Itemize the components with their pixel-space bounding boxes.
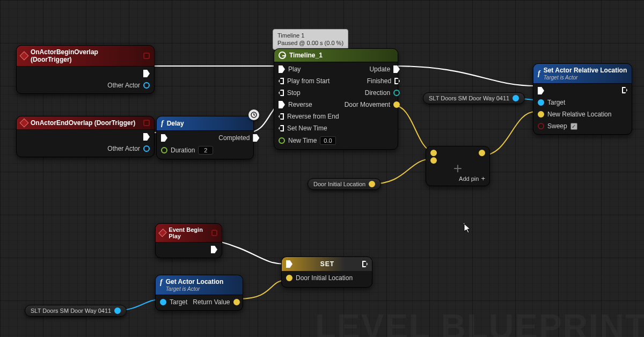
timeline-tooltip: Timeline 1 Paused @ 0.00 s (0.0 %) bbox=[273, 29, 348, 50]
breakpoint-icon[interactable] bbox=[143, 53, 150, 59]
pin-in-b[interactable] bbox=[430, 157, 437, 164]
function-icon: f bbox=[160, 278, 163, 287]
node-on-actor-end-overlap[interactable]: OnActorEndOverlap (DoorTrigger) Other Ac… bbox=[16, 116, 155, 157]
pin-reverse[interactable]: Reverse bbox=[279, 101, 339, 108]
pin-other-actor[interactable]: Other Actor bbox=[107, 145, 150, 152]
tooltip-line-2: Paused @ 0.00 s (0.0 %) bbox=[277, 39, 343, 47]
sweep-checkbox[interactable]: ✓ bbox=[570, 123, 577, 130]
pin-stop[interactable]: Stop bbox=[279, 89, 339, 97]
pin-return-value[interactable]: Return Value bbox=[193, 298, 239, 306]
variable-door-initial-location[interactable]: Door Initial Location bbox=[308, 178, 381, 190]
event-icon bbox=[20, 52, 29, 61]
pin-direction[interactable]: Direction bbox=[365, 89, 400, 97]
pin-target[interactable]: Target bbox=[160, 298, 187, 306]
plus-icon: + bbox=[426, 165, 489, 174]
pin-door-initial-location[interactable]: Door Initial Location bbox=[286, 274, 368, 282]
node-timeline[interactable]: Timeline_1 Play Play from Start Stop Rev… bbox=[274, 48, 398, 150]
node-event-begin-play[interactable]: Event Begin Play bbox=[155, 223, 222, 258]
event-icon bbox=[20, 119, 29, 128]
breakpoint-icon[interactable] bbox=[143, 120, 150, 126]
pin-out[interactable] bbox=[513, 95, 519, 101]
pin-finished[interactable]: Finished bbox=[367, 77, 400, 85]
tooltip-line-1: Timeline 1 bbox=[277, 32, 343, 39]
function-icon: f bbox=[161, 119, 164, 128]
timeline-icon bbox=[279, 52, 286, 59]
watermark: LEVEL BLUEPRINT bbox=[315, 307, 644, 337]
exec-out-pin[interactable] bbox=[211, 246, 217, 253]
pin-new-time[interactable]: New Time 0.0 bbox=[279, 136, 339, 145]
exec-in-pin[interactable] bbox=[161, 134, 213, 142]
exec-out-pin[interactable] bbox=[622, 87, 627, 93]
mouse-cursor bbox=[464, 223, 471, 233]
pin-out[interactable] bbox=[369, 181, 375, 187]
node-set-variable[interactable]: SET Door Initial Location bbox=[281, 257, 372, 288]
pin-door-movement[interactable]: Door Movement bbox=[345, 101, 400, 108]
exec-out-pin[interactable] bbox=[143, 133, 150, 141]
node-get-actor-location[interactable]: f Get Actor Location Target is Actor Tar… bbox=[155, 275, 243, 311]
variable-slt-doors-bottom[interactable]: SLT Doors SM Door Way 0411 bbox=[25, 305, 127, 317]
node-on-actor-begin-overlap[interactable]: OnActorBeginOverlap (DoorTrigger) Other … bbox=[16, 45, 155, 94]
node-add-vector[interactable]: + Add pin + bbox=[426, 146, 490, 186]
pin-sweep[interactable]: Sweep✓ bbox=[538, 122, 611, 130]
pin-in-a[interactable] bbox=[430, 150, 437, 156]
pin-set-new-time[interactable]: Set New Time bbox=[279, 124, 339, 132]
node-title: OnActorBeginOverlap (DoorTrigger) bbox=[31, 48, 140, 63]
node-set-actor-relative-location[interactable]: f Set Actor Relative Location Target is … bbox=[533, 63, 632, 135]
exec-in-pin[interactable] bbox=[286, 260, 292, 268]
new-time-input[interactable]: 0.0 bbox=[320, 136, 335, 145]
pin-out[interactable] bbox=[114, 307, 121, 314]
pin-reverse-from-end[interactable]: Reverse from End bbox=[279, 113, 339, 120]
duration-input[interactable]: 2 bbox=[198, 146, 213, 155]
pin-duration[interactable]: Duration 2 bbox=[161, 146, 213, 155]
pin-play[interactable]: Play bbox=[279, 65, 339, 73]
event-icon bbox=[158, 229, 167, 237]
pin-update[interactable]: Update bbox=[369, 65, 400, 73]
exec-out-pin[interactable] bbox=[143, 70, 150, 77]
latent-clock-icon bbox=[248, 109, 259, 120]
node-title: Event Begin Play bbox=[169, 226, 208, 239]
pin-play-from-start[interactable]: Play from Start bbox=[279, 77, 339, 85]
node-subtitle: Target is Actor bbox=[166, 286, 224, 292]
node-title: SET bbox=[320, 260, 334, 268]
node-title: Timeline_1 bbox=[289, 52, 323, 59]
pin-new-relative-location[interactable]: New Relative Location bbox=[538, 111, 611, 118]
breakpoint-icon[interactable] bbox=[211, 230, 217, 236]
node-subtitle: Target is Actor bbox=[544, 75, 627, 80]
variable-slt-doors-top[interactable]: SLT Doors SM Door Way 0411 bbox=[423, 92, 525, 104]
node-title: Delay bbox=[167, 120, 184, 127]
exec-in-pin[interactable] bbox=[538, 87, 611, 94]
function-icon: f bbox=[538, 69, 540, 78]
node-title: OnActorEndOverlap (DoorTrigger) bbox=[31, 119, 135, 127]
node-delay[interactable]: f Delay Duration 2 Completed bbox=[156, 116, 254, 159]
node-title: Set Actor Relative Location bbox=[544, 67, 627, 74]
node-title: Get Actor Location bbox=[166, 278, 224, 285]
pin-out[interactable] bbox=[479, 150, 485, 156]
pin-completed[interactable]: Completed bbox=[218, 134, 259, 142]
pin-other-actor[interactable]: Other Actor bbox=[107, 82, 150, 89]
pin-target[interactable]: Target bbox=[538, 99, 611, 106]
exec-out-pin[interactable] bbox=[362, 261, 368, 267]
